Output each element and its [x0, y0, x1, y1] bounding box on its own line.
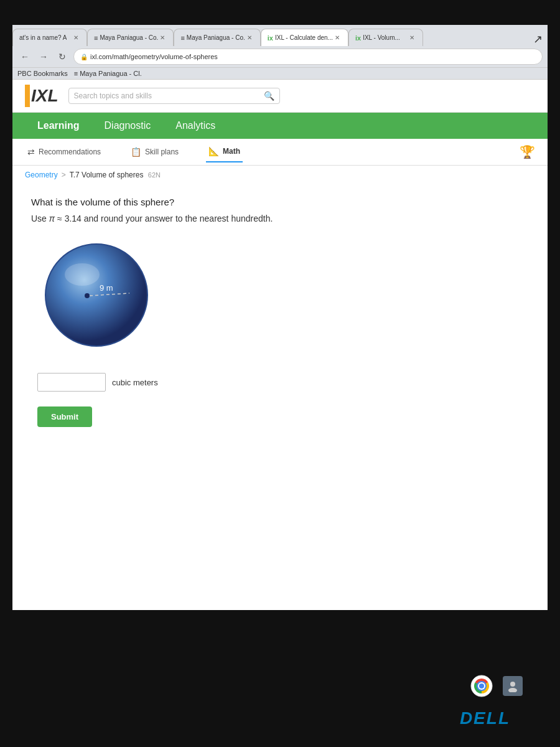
refresh-button[interactable]: ↻ [55, 49, 70, 64]
subnav-recommendations[interactable]: ⇄ Recommendations [25, 142, 103, 162]
tab-2-label: Maya Paniagua - Co. [100, 34, 158, 41]
address-bar[interactable]: 🔒 ixl.com/math/geometry/volume-of-sphere… [73, 49, 543, 65]
answer-units: cubic meters [112, 378, 158, 387]
svg-point-9 [479, 684, 484, 688]
address-bar-row: ← → ↻ 🔒 ixl.com/math/geometry/volume-of-… [12, 46, 548, 67]
search-bar[interactable]: Search topics and skills 🔍 [68, 88, 280, 104]
tab-4-icon: ix [268, 34, 273, 42]
user-avatar-svg [506, 680, 519, 692]
tab-4-label: IXL - Calculate den... [275, 34, 333, 41]
bookmarks-bar: PBC Bookmarks ≡ Maya Paniagua - Cl. [12, 67, 548, 79]
ixl-logo: IXL [25, 85, 58, 107]
tab-4[interactable]: ix IXL - Calculate den... ✕ [261, 29, 348, 46]
subnav-math[interactable]: 📐 Math [206, 141, 243, 162]
answer-input[interactable] [37, 373, 106, 392]
subnav-skill-plans[interactable]: 📋 Skill plans [128, 142, 181, 162]
subnav-recommendations-label: Recommendations [39, 148, 101, 156]
cursor-indicator: ↗ [533, 32, 548, 46]
tab-2-icon: ≡ [94, 34, 98, 42]
search-icon: 🔍 [264, 91, 274, 101]
math-icon: 📐 [208, 146, 219, 156]
svg-point-11 [508, 688, 517, 692]
bookmark-maya[interactable]: ≡ Maya Paniagua - Cl. [74, 70, 142, 77]
forward-button[interactable]: → [36, 49, 51, 64]
breadcrumb-parent[interactable]: Geometry [25, 171, 58, 179]
address-text: ixl.com/math/geometry/volume-of-spheres [90, 53, 218, 60]
breadcrumb-current: T.7 Volume of spheres 62N [70, 171, 161, 179]
breadcrumb: Geometry > T.7 Volume of spheres 62N [12, 166, 548, 184]
tab-5-icon: ix [355, 34, 361, 42]
tab-3[interactable]: ≡ Maya Paniagua - Co. ✕ [174, 29, 260, 46]
svg-text:9 m: 9 m [100, 283, 113, 293]
screen: at's in a name? A ✕ ≡ Maya Paniagua - Co… [12, 25, 548, 610]
taskbar [470, 675, 523, 697]
nav-learning[interactable]: Learning [25, 113, 92, 139]
nav-analytics[interactable]: Analytics [163, 113, 228, 139]
sphere-svg: 9 m [37, 236, 156, 354]
tab-3-label: Maya Paniagua - Co. [187, 34, 245, 41]
sphere-container: 9 m [37, 236, 162, 360]
browser-chrome: at's in a name? A ✕ ≡ Maya Paniagua - Co… [12, 25, 548, 80]
user-icon[interactable] [503, 676, 523, 696]
submit-button[interactable]: Submit [37, 406, 92, 427]
question-line1: What is the volume of this sphere? [31, 197, 529, 207]
laptop-bezel: at's in a name? A ✕ ≡ Maya Paniagua - Co… [0, 0, 560, 747]
trophy-icon: 🏆 [520, 145, 535, 159]
bookmark-pbc[interactable]: PBC Bookmarks [17, 70, 68, 77]
svg-point-10 [510, 682, 515, 687]
trophy-area: 🏆 [520, 144, 535, 159]
question-area: What is the volume of this sphere? Use π… [12, 184, 548, 439]
bookmark-pbc-label: PBC Bookmarks [17, 70, 68, 77]
tab-1[interactable]: at's in a name? A ✕ [12, 29, 87, 46]
tab-5[interactable]: ix IXL - Volum... ✕ [348, 29, 423, 46]
tab-2-close[interactable]: ✕ [158, 34, 167, 42]
tab-4-close[interactable]: ✕ [333, 34, 342, 42]
tab-5-close[interactable]: ✕ [408, 34, 416, 42]
ixl-subnav: ⇄ Recommendations 📋 Skill plans 📐 Math 🏆 [12, 139, 548, 166]
tab-2[interactable]: ≡ Maya Paniagua - Co. ✕ [87, 29, 174, 46]
subnav-math-label: Math [223, 147, 240, 156]
question-line2: Use π ≈ 3.14 and round your answer to th… [31, 214, 529, 223]
bookmark-maya-icon: ≡ [74, 70, 78, 77]
recommendations-icon: ⇄ [27, 147, 35, 157]
tab-1-label: at's in a name? A [19, 34, 67, 41]
subnav-skill-plans-label: Skill plans [145, 148, 179, 156]
ixl-logo-text: IXL [31, 86, 58, 106]
ixl-logo-bar [25, 85, 30, 107]
tab-3-close[interactable]: ✕ [245, 34, 254, 42]
back-button[interactable]: ← [17, 49, 32, 64]
ixl-content: IXL Search topics and skills 🔍 Learning … [12, 80, 548, 439]
tab-1-close[interactable]: ✕ [72, 34, 80, 42]
lock-icon: 🔒 [80, 54, 88, 60]
skill-code: 62N [148, 171, 161, 179]
breadcrumb-separator: > [62, 171, 66, 179]
tab-5-label: IXL - Volum... [363, 34, 400, 41]
dell-logo: DELL [460, 708, 510, 728]
tab-bar: at's in a name? A ✕ ≡ Maya Paniagua - Co… [12, 25, 548, 46]
ixl-nav: Learning Diagnostic Analytics [12, 113, 548, 139]
search-placeholder: Search topics and skills [74, 92, 152, 100]
chrome-icon[interactable] [470, 675, 493, 697]
svg-point-3 [85, 293, 90, 298]
tab-3-icon: ≡ [180, 34, 184, 42]
bookmark-maya-label: Maya Paniagua - Cl. [80, 70, 142, 77]
ixl-header: IXL Search topics and skills 🔍 [12, 80, 548, 113]
svg-point-2 [65, 263, 100, 286]
skill-plans-icon: 📋 [131, 147, 141, 157]
nav-diagnostic[interactable]: Diagnostic [92, 113, 164, 139]
answer-row: cubic meters [37, 373, 529, 392]
